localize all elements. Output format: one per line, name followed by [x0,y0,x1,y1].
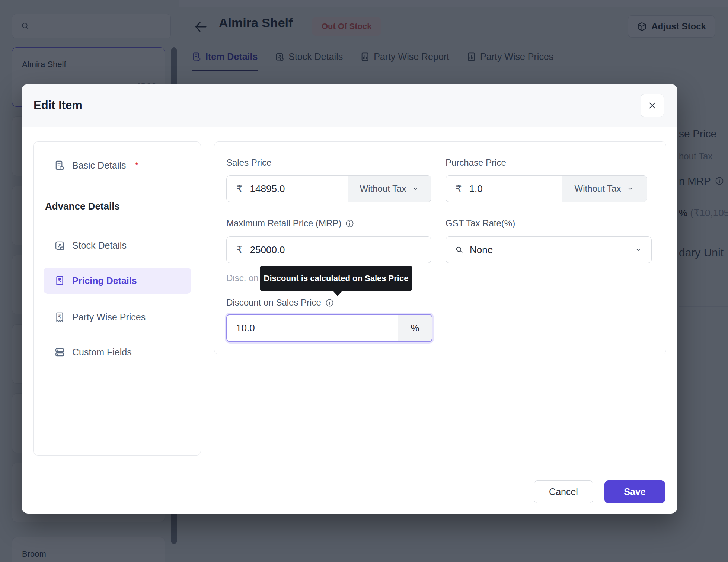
nav-label: Stock Details [72,240,127,251]
mrp-value: 25000.0 [250,244,285,256]
purchase-price-input[interactable]: ₹ 1.0 [446,176,562,202]
sales-tax-mode-dropdown[interactable]: Without Tax [348,176,431,202]
doc-arrow-box-icon [54,240,66,251]
nav-label: Custom Fields [72,347,132,358]
chevron-down-icon [626,185,634,193]
sales-price-value: 14895.0 [250,183,285,195]
rupee-icon: ₹ [456,183,462,195]
discount-sales-field: 10.0 % [226,314,432,342]
info-icon[interactable] [345,219,354,228]
info-icon[interactable] [325,298,334,307]
mrp-label-text: Maximum Retail Price (MRP) [226,218,341,229]
mrp-label: Maximum Retail Price (MRP) [226,218,354,229]
tooltip-text: Discount is calculated on Sales Price [264,274,409,283]
purchase-price-value: 1.0 [469,183,483,195]
search-icon [455,245,464,254]
chevron-down-icon [411,185,419,193]
sales-price-input[interactable]: ₹ 14895.0 [227,176,348,202]
mrp-input[interactable]: ₹ 25000.0 [227,237,431,263]
pricing-details-form: Sales Price ₹ 14895.0 Without Tax Purcha… [214,141,666,354]
nav-item-basic-details[interactable]: Basic Details * [44,152,191,178]
cancel-button[interactable]: Cancel [534,480,593,503]
receipt-rupee-icon [54,275,66,287]
doc-box-icon [54,160,66,171]
discount-tooltip: Discount is calculated on Sales Price [260,266,412,291]
mrp-field: ₹ 25000.0 [226,236,431,263]
receipt-rupee-icon [54,312,66,323]
discount-sales-value: 10.0 [236,322,255,334]
nav-label: Party Wise Prices [72,312,146,323]
sales-price-field: ₹ 14895.0 Without Tax [226,175,431,202]
save-label: Save [624,486,645,497]
percent-suffix: % [398,315,432,341]
nav-item-custom-fields[interactable]: Custom Fields [44,339,191,365]
discount-sales-label-text: Discount on Sales Price [226,297,321,308]
edit-item-nav: Basic Details * Advance Details Stock De… [33,141,201,456]
edit-item-modal: Edit Item Basic Details * Advance Detail… [22,84,677,514]
nav-section-heading: Advance Details [45,201,120,212]
sales-price-label: Sales Price [226,157,271,168]
purchase-price-label: Purchase Price [446,157,506,168]
tax-mode-label: Without Tax [360,183,406,194]
save-button[interactable]: Save [604,480,665,503]
rows-icon [54,347,66,358]
gst-rate-value: None [470,244,493,256]
nav-item-stock-details[interactable]: Stock Details [44,232,191,258]
nav-label: Pricing Details [72,275,137,286]
modal-title: Edit Item [33,99,82,112]
rupee-icon: ₹ [236,183,243,195]
purchase-tax-mode-dropdown[interactable]: Without Tax [562,176,647,202]
nav-label: Basic Details [72,160,126,171]
close-button[interactable] [641,94,664,117]
chevron-down-icon [634,246,642,254]
divider [34,186,201,186]
discount-sales-input[interactable]: 10.0 [227,315,398,341]
rupee-icon: ₹ [236,244,243,256]
tooltip-arrow [333,291,342,296]
modal-header: Edit Item [22,84,677,127]
nav-item-pricing-details[interactable]: Pricing Details [44,268,191,294]
cancel-label: Cancel [549,486,578,497]
required-asterisk: * [135,160,139,171]
close-icon [647,100,657,111]
purchase-price-field: ₹ 1.0 Without Tax [446,175,647,202]
app-screen: Almira Shelf 0PCS A A A B B B Broom Almi… [0,0,728,562]
discount-sales-label: Discount on Sales Price [226,297,334,308]
gst-rate-select[interactable]: None [446,236,652,263]
tax-mode-label: Without Tax [575,183,621,194]
nav-item-party-wise-prices[interactable]: Party Wise Prices [44,304,191,330]
gst-rate-label: GST Tax Rate(%) [446,218,515,229]
